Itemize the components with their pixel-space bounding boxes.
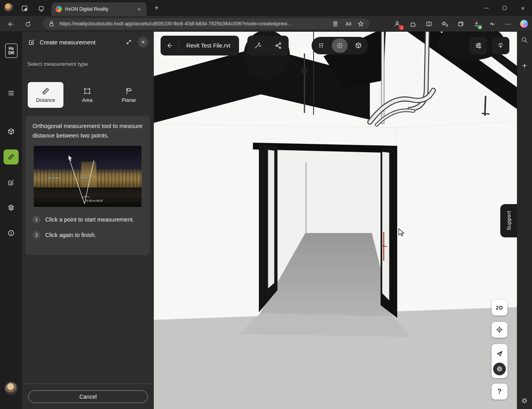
download-model-button[interactable] [492,37,509,54]
type-planar-button[interactable]: Planar [111,82,147,108]
preview-label: 39.93 m [80,176,91,180]
tab-close-icon[interactable]: × [136,6,143,13]
steps-list: 1 Click a point to start measurement. 2 … [33,215,144,245]
support-label: Support [506,211,512,230]
locate-button[interactable] [492,322,507,338]
split-screen-icon [425,20,432,27]
view-mesh-button[interactable] [350,38,366,53]
fly-mode-button[interactable] [493,347,506,360]
collapse-panel-button[interactable] [124,37,134,47]
share-button[interactable] [270,38,286,54]
tab-favicon-icon [55,6,62,12]
preview-label: 54.8° [96,199,103,203]
view-pointcloud-button[interactable] [313,38,329,53]
send-icon [496,350,503,357]
menu-button[interactable] [4,86,19,101]
ellipsis-icon: ⋯ [505,20,512,28]
viewport-back-button[interactable] [161,36,179,55]
refresh-button[interactable] [23,19,33,29]
favorite-this-page-button[interactable] [356,19,366,29]
cube-icon [7,128,15,136]
sidebar-add-button[interactable]: + [520,61,529,71]
step-number: 2 [33,231,40,239]
close-panel-button[interactable]: × [138,37,148,47]
favorites-button[interactable] [438,17,451,30]
profile-button[interactable]: 3 [391,17,404,30]
download-complete-badge [478,25,482,29]
user-avatar[interactable] [5,382,17,395]
globe-mode-button[interactable] [493,363,506,375]
help-button[interactable]: ? [492,384,507,399]
type-area-button[interactable]: Area [69,82,105,108]
mesh-model-icon [354,42,362,50]
star-icon [357,20,364,27]
sidebar-item-assets[interactable] [4,124,19,139]
collections-button[interactable] [454,17,467,30]
sidebar-item-measure[interactable] [4,149,19,164]
browser-tab[interactable]: HxGN Digital Reality × [52,2,147,16]
corridor [253,143,397,318]
address-bar[interactable]: https://realitycloudstudio.hxdr.app/asse… [43,18,369,29]
info-icon [7,229,15,237]
view-hybrid-button[interactable] [332,38,348,53]
collapse-icon [125,38,132,46]
back-arrow-icon [166,42,174,50]
magic-wand-icon [254,42,262,50]
collections-icon [457,20,464,27]
new-tab-button[interactable]: + [152,4,161,12]
browser-profile-avatar[interactable] [4,3,13,12]
browser-essentials-button[interactable] [486,17,499,30]
minimize-button[interactable] [477,0,496,16]
scene-3d [154,32,517,409]
step-text: Click a point to start measurement. [45,215,134,225]
section-label: Select measurement type [27,61,88,67]
download-cloud-icon [497,42,505,50]
copilot-button[interactable] [518,17,530,30]
distance-icon [41,87,50,96]
workspaces-button[interactable] [21,4,29,12]
settings-menu-button[interactable]: ⋯ [502,17,515,30]
url-text: https://realitycloudstudio.hxdr.app/asse… [59,21,327,27]
point-cloud-icon [317,42,325,50]
toggle-2d-button[interactable]: 2D [492,300,507,315]
sidebar-item-markup[interactable] [4,175,19,190]
copilot-icon [520,20,528,28]
support-tab[interactable]: Support [500,204,517,237]
cancel-button[interactable]: Cancel [28,390,148,403]
sidebar-item-layers[interactable] [4,200,19,215]
file-name: Revit Test File.rvt [179,42,237,49]
sidebar-item-info[interactable] [4,226,19,241]
panel-title: Create measurement [40,39,120,46]
reading-mode-button[interactable] [331,19,340,29]
edge-sidebar-rail: + [517,32,532,409]
tool-description-card: Orthogonal measurement tool to measure d… [25,116,150,255]
lock-icon [47,19,56,29]
sidebar-search-button[interactable] [520,35,529,45]
extensions-button[interactable] [407,17,419,30]
panel-footer: Cancel [22,384,154,409]
browser-toolbar: https://realitycloudstudio.hxdr.app/asse… [0,16,532,32]
split-screen-button[interactable] [423,17,435,30]
view-settings-button[interactable] [470,37,487,54]
share-icon [274,42,282,50]
reading-mode-icon [332,20,339,27]
tab-actions-button[interactable] [37,4,45,12]
back-button[interactable] [6,19,16,29]
hxdr-logo: Hx DR [5,44,17,58]
maximize-button[interactable] [496,0,514,16]
area-icon [83,87,92,96]
sidebar-settings-button[interactable] [520,396,529,405]
type-distance-button[interactable]: Distance [28,82,63,108]
downloads-button[interactable] [470,17,483,30]
navigation-mode-group [492,344,507,378]
measurement-type-row: Distance Area Planar [28,82,148,108]
close-button[interactable]: × [514,0,532,16]
app-sidebar: Hx DR [0,32,22,409]
window-controls: × [477,0,532,16]
tab-strip: HxGN Digital Reality × + × [0,0,532,16]
magic-wand-button[interactable] [250,38,266,54]
tab-actions-icon [38,5,45,12]
type-label: Distance [36,97,55,103]
viewport-3d[interactable]: Revit Test File.rvt [154,32,517,409]
read-aloud-button[interactable] [343,19,353,29]
